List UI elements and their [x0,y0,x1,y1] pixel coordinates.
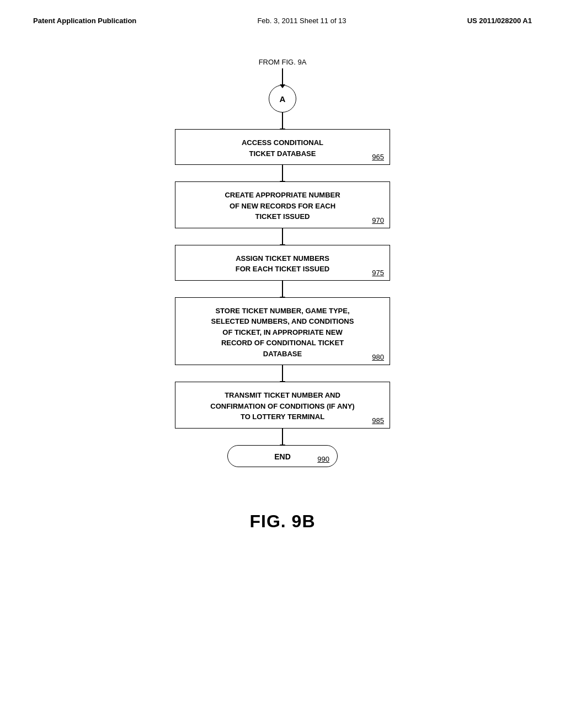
arrow-5 [282,429,283,445]
arrow-0 [282,113,283,129]
node-965-number: 965 [372,153,384,161]
node-990-number: 990 [317,455,329,463]
node-970-number: 970 [372,216,384,224]
start-node: A [269,85,296,113]
header-left: Patent Application Publication [33,17,136,25]
start-node-label: A [280,94,286,104]
arrow-4 [282,365,283,382]
node-980-text: STORE TICKET NUMBER, GAME TYPE,SELECTED … [184,306,381,360]
node-980: STORE TICKET NUMBER, GAME TYPE,SELECTED … [175,297,390,366]
node-965: ACCESS CONDITIONALTICKET DATABASE 965 [175,129,390,165]
node-985-number: 985 [372,416,384,425]
node-985: TRANSMIT TICKET NUMBER ANDCONFIRMATION O… [175,382,390,429]
node-990-text: END [239,452,326,461]
header-center: Feb. 3, 2011 Sheet 11 of 13 [257,17,346,25]
node-975-number: 975 [372,269,384,277]
page: Patent Application Publication Feb. 3, 2… [0,0,565,728]
node-970-text: CREATE APPROPRIATE NUMBEROF NEW RECORDS … [184,190,381,222]
node-975-text: ASSIGN TICKET NUMBERSFOR EACH TICKET ISS… [184,253,381,275]
arrow-2 [282,228,283,245]
figure-label: FIG. 9B [33,511,532,532]
arrow-to-start [282,68,283,85]
node-980-number: 980 [372,353,384,361]
node-990: END 990 [227,445,338,467]
arrow-1 [282,165,283,181]
flowchart-diagram: FROM FIG. 9A A ACCESS CONDITIONALTICKET … [33,47,532,478]
node-965-text: ACCESS CONDITIONALTICKET DATABASE [184,137,381,159]
node-985-text: TRANSMIT TICKET NUMBER ANDCONFIRMATION O… [184,390,381,422]
arrow-3 [282,281,283,297]
node-975: ASSIGN TICKET NUMBERSFOR EACH TICKET ISS… [175,245,390,281]
from-label: FROM FIG. 9A [259,58,307,66]
page-header: Patent Application Publication Feb. 3, 2… [33,17,532,25]
node-970: CREATE APPROPRIATE NUMBEROF NEW RECORDS … [175,181,390,228]
header-right: US 2011/028200 A1 [467,17,532,25]
